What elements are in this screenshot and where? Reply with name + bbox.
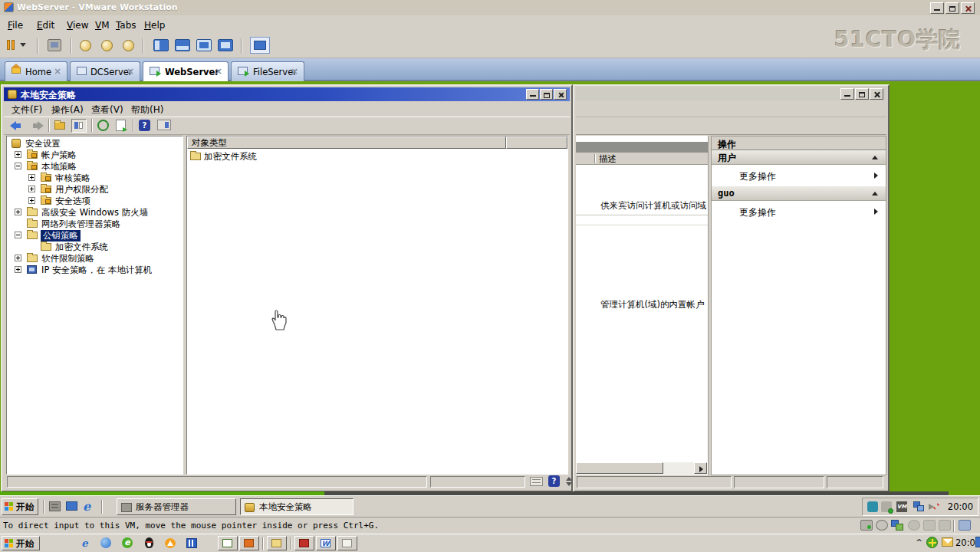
menu-help[interactable]: Help [144, 20, 165, 31]
menu-edit[interactable]: Edit [37, 20, 54, 31]
expand-icon[interactable] [28, 197, 35, 204]
collapse-icon[interactable] [872, 156, 878, 159]
collapse-icon[interactable] [872, 192, 878, 196]
minimize-button[interactable] [930, 2, 944, 14]
action-pane-toggle-icon[interactable] [157, 120, 171, 130]
volume-muted-icon[interactable] [929, 501, 939, 512]
tray-collapse-chevron[interactable]: ^ [916, 537, 922, 547]
ie-icon[interactable]: e [83, 499, 95, 513]
guest-clock[interactable]: 20:00 [948, 501, 973, 512]
minimize-button[interactable] [526, 89, 539, 100]
host-start-button[interactable]: 开始 [2, 536, 40, 550]
sidebar-toggle-button[interactable] [153, 39, 169, 51]
menu-view[interactable]: View [67, 20, 88, 31]
browser-360-icon[interactable]: e [121, 537, 134, 550]
menu-help[interactable]: 帮助(H) [131, 104, 163, 117]
menu-vm[interactable]: VM [95, 20, 110, 31]
revert-snapshot-button[interactable] [101, 40, 113, 51]
help-icon[interactable]: ? [139, 120, 150, 131]
browser-globe-icon[interactable] [100, 537, 113, 550]
taskbar-app-button[interactable] [239, 536, 259, 550]
close-icon[interactable]: × [54, 66, 61, 77]
secpol-title-bar[interactable]: 本地安全策略 [4, 87, 570, 101]
menu-file[interactable]: File [8, 20, 23, 31]
actions-section-users[interactable]: 用户 [712, 150, 886, 165]
close-button[interactable] [870, 88, 883, 100]
tab-webserver[interactable]: WebServer × [143, 61, 229, 81]
serial-port-icon[interactable] [939, 520, 951, 531]
snapshot-manager-button[interactable] [123, 40, 134, 51]
tab-home[interactable]: Home × [5, 61, 67, 81]
thunder-icon[interactable] [164, 537, 177, 550]
taskbar-app-button[interactable]: W [316, 536, 336, 550]
column-header-empty[interactable] [506, 136, 567, 149]
ime-options-icon[interactable] [565, 476, 573, 487]
network-icon[interactable] [913, 501, 924, 512]
restore-button[interactable] [945, 2, 959, 14]
menu-file[interactable]: 文件(F) [12, 104, 42, 117]
restore-button[interactable] [855, 88, 869, 100]
expand-icon[interactable] [15, 255, 21, 261]
bluetooth-icon[interactable] [908, 520, 920, 531]
quick-switch-button[interactable] [218, 39, 233, 51]
forward-icon[interactable] [38, 121, 44, 130]
actions-section-guo[interactable]: guo [712, 186, 886, 201]
expand-icon[interactable] [15, 266, 21, 273]
printer-icon[interactable] [923, 520, 936, 531]
collapse-icon[interactable] [15, 232, 21, 238]
guest-start-button[interactable]: 开始 [2, 498, 38, 515]
menu-action[interactable]: 操作(A) [51, 104, 84, 117]
taskbar-button-secpol[interactable]: 本地安全策略 [240, 498, 354, 515]
menu-view[interactable]: 查看(V) [91, 104, 123, 117]
close-icon[interactable]: × [291, 66, 298, 77]
tab-dcserver[interactable]: DCServer × [70, 61, 140, 81]
ime-tray-icon[interactable] [867, 501, 878, 512]
column-header-object-type[interactable]: 对象类型 [187, 136, 506, 149]
export-list-icon[interactable] [116, 120, 126, 131]
show-desktop-icon[interactable] [975, 537, 980, 547]
more-actions-item[interactable]: 更多操作 [712, 166, 886, 186]
refresh-icon[interactable] [97, 120, 109, 131]
back-icon[interactable] [10, 121, 16, 130]
tab-fileserver[interactable]: FileServer × [231, 61, 304, 81]
ime-keyboard-icon[interactable] [530, 477, 543, 486]
tray-mail-icon[interactable] [942, 537, 953, 547]
expand-icon[interactable] [28, 186, 35, 192]
close-icon[interactable]: × [127, 66, 134, 77]
show-desktop-icon[interactable] [66, 501, 77, 511]
vm-tray-icon[interactable]: VM [896, 501, 907, 512]
maximize-button[interactable] [540, 89, 553, 100]
ime-help-icon[interactable]: ? [548, 475, 560, 487]
qq-icon[interactable] [143, 537, 156, 550]
description-column-header[interactable]: 描述 [576, 153, 708, 165]
table-row[interactable]: 管理计算机(域)的内置帐户 [600, 299, 708, 310]
vmware-tools-icon[interactable] [881, 501, 892, 512]
expand-icon[interactable] [15, 151, 21, 158]
taskbar-app-button[interactable] [337, 536, 357, 550]
hdd-icon[interactable] [860, 520, 873, 531]
more-actions-item[interactable]: 更多操作 [712, 202, 886, 222]
close-button[interactable] [554, 89, 567, 100]
cdrom-icon[interactable] [876, 520, 888, 531]
taskbar-button-server-manager[interactable]: 服务器管理器 [117, 498, 236, 515]
take-snapshot-button[interactable] [80, 40, 91, 51]
table-row[interactable]: 供来宾访问计算机或访问域 [600, 200, 708, 212]
console-tree-toggle-button[interactable] [71, 119, 87, 133]
summary-view-button[interactable] [175, 39, 190, 51]
collapse-icon[interactable] [15, 163, 21, 169]
message-log-icon[interactable] [959, 520, 971, 531]
network-adapter-icon[interactable] [891, 520, 903, 531]
taskbar-app-button[interactable] [294, 536, 314, 550]
ctrl-alt-del-button[interactable] [48, 39, 61, 51]
expand-icon[interactable] [28, 174, 35, 181]
unity-button[interactable] [250, 37, 270, 54]
ie-icon[interactable]: e [78, 537, 91, 550]
taskbar-app-button[interactable] [218, 536, 238, 550]
server-manager-icon[interactable] [49, 501, 61, 511]
expand-icon[interactable] [15, 209, 21, 215]
horizontal-scrollbar[interactable] [576, 462, 707, 475]
close-button[interactable] [961, 2, 975, 14]
menu-tabs[interactable]: Tabs [116, 20, 136, 31]
scroll-right-button[interactable] [694, 462, 707, 474]
pause-button[interactable] [5, 35, 31, 55]
